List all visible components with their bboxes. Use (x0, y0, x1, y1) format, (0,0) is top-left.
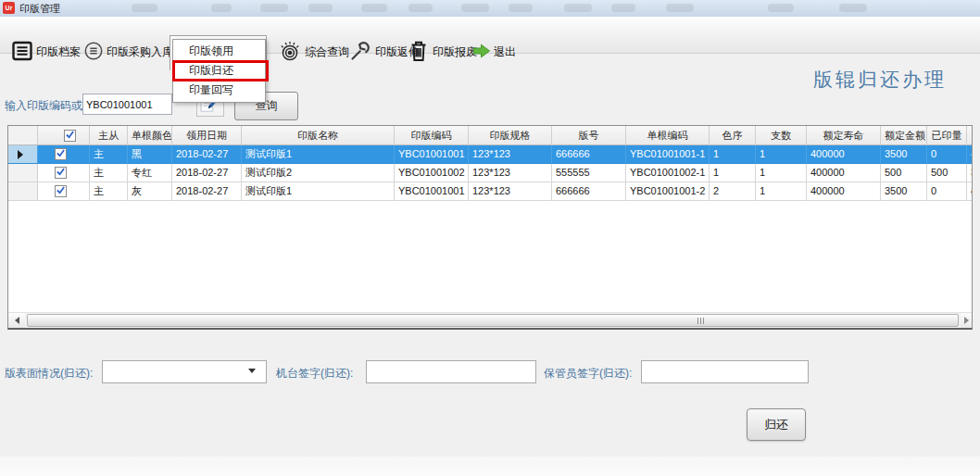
toolbar-item-label: 印版档案 (36, 44, 81, 60)
table-cell: 测试印版2 (242, 164, 395, 182)
scroll-left-button[interactable] (8, 313, 25, 328)
scrollbar-grip (697, 318, 704, 324)
redacted-smudge (564, 4, 592, 12)
redacted-smudge (260, 4, 288, 12)
table-cell: 灰 (128, 182, 172, 201)
table-cell: 4 (967, 182, 973, 201)
redacted-smudge (461, 4, 489, 12)
table-cell: YBC01001001-2 (626, 182, 710, 201)
scroll-right-button[interactable] (961, 313, 972, 328)
table-cell: 主 (90, 182, 128, 201)
column-header: 支数 (756, 126, 807, 145)
row-checkbox[interactable] (55, 148, 67, 160)
table-cell: YBC01001001 (395, 145, 469, 164)
toolbar-item-exit[interactable]: 退出 (469, 35, 520, 69)
column-header[interactable] (38, 126, 90, 145)
toolbar-item-label: 印版采购入库 (107, 44, 173, 60)
column-header: 色序 (710, 126, 756, 145)
row-checkbox[interactable] (55, 185, 67, 197)
wrench-icon (348, 39, 372, 66)
row-selector-cell[interactable] (8, 182, 38, 201)
table-row[interactable]: 主专红2018-02-27测试印版2YBC01001002123*1235555… (8, 164, 973, 182)
table-cell: 0 (927, 145, 967, 164)
table-cell: 2018-02-27 (172, 182, 242, 201)
column-header: 主从 (90, 126, 128, 145)
page-title: 版辊归还办理 (813, 67, 947, 93)
table-cell: 666666 (552, 145, 626, 164)
scrollbar-thumb[interactable] (27, 314, 959, 327)
table-row[interactable]: 主灰2018-02-27测试印版1YBC01001001123*12366666… (8, 182, 973, 201)
select-all-checkbox[interactable] (64, 130, 76, 142)
column-header: 单根颜色 (128, 126, 172, 145)
table-header-row: 主从单根颜色领用日期印版名称印版编码印版规格版号单根编码色序支数额定寿命额定金额… (8, 126, 973, 145)
row-selector-cell[interactable] (8, 145, 38, 164)
horizontal-scrollbar[interactable] (8, 312, 972, 328)
menu-item-plate-checkout[interactable]: 印版领用 (173, 42, 265, 61)
table-cell: YBC01001002 (395, 164, 469, 182)
table-cell: 主 (90, 164, 128, 182)
toolbar-item-purchase-inbound[interactable]: 印版采购入库 (80, 35, 177, 69)
toolbar-item-plate-archive[interactable]: 印版档案 (7, 35, 84, 69)
table-cell: 1 (710, 164, 756, 182)
keeper-signature-input[interactable] (641, 360, 809, 383)
menu-square-icon (11, 40, 33, 65)
row-checkbox-cell[interactable] (38, 145, 90, 164)
table-cell: 专红 (128, 164, 172, 182)
redacted-smudge (308, 4, 333, 12)
table-cell: 123*123 (469, 164, 552, 182)
row-selector-cell[interactable] (8, 164, 38, 182)
column-header: 版号 (552, 126, 626, 145)
production-use-dropdown-menu: 印版领用 印版归还 印量回写 (172, 39, 266, 103)
redacted-smudge (611, 4, 635, 12)
surface-condition-combobox[interactable] (102, 360, 267, 383)
column-header: 已印量 (927, 126, 967, 145)
title-bar: Ur 印版管理 (0, 0, 980, 17)
redacted-smudge (768, 4, 794, 12)
current-row-arrow-icon (18, 150, 23, 159)
table-cell: 1 (756, 182, 807, 201)
row-checkbox-cell[interactable] (38, 164, 90, 182)
return-button[interactable]: 归还 (747, 408, 806, 441)
toolbar-item-label: 综合查询 (305, 44, 349, 60)
redacted-smudge (211, 4, 232, 12)
machine-signature-input[interactable] (366, 360, 536, 383)
table-cell: 500 (881, 164, 927, 182)
menu-item-print-count-writeback[interactable]: 印量回写 (173, 81, 265, 100)
row-checkbox-cell[interactable] (38, 182, 90, 201)
row-checkbox[interactable] (55, 167, 67, 179)
table-cell: 666666 (552, 182, 626, 201)
menu-item-plate-return[interactable]: 印版归还 (173, 61, 265, 81)
table-cell: 3500 (881, 182, 927, 201)
column-header (967, 126, 973, 145)
column-header: 单根编码 (626, 126, 710, 145)
table-row[interactable]: 主黑2018-02-27测试印版1YBC01001001123*12366666… (8, 145, 973, 164)
redacted-smudge (839, 4, 867, 12)
column-header (8, 126, 38, 145)
plate-code-input[interactable] (82, 94, 172, 115)
plate-data-grid: 主从单根颜色领用日期印版名称印版编码印版规格版号单根编码色序支数额定寿命额定金额… (7, 125, 973, 330)
redacted-smudge (509, 4, 533, 12)
toolbar-item-comprehensive-query[interactable]: 综合查询 (274, 35, 353, 69)
app-logo-icon: Ur (3, 2, 15, 14)
table-cell: YBC01001001-1 (626, 145, 710, 164)
table-cell: 400000 (807, 145, 881, 164)
table-cell: 123*123 (469, 145, 552, 164)
trash-icon (408, 39, 430, 66)
redacted-smudge (132, 4, 157, 12)
machine-signature-label: 机台签字(归还): (276, 366, 353, 382)
table-cell: 测试印版1 (242, 145, 395, 164)
chevron-down-icon[interactable] (248, 369, 256, 373)
redacted-smudge (666, 4, 694, 12)
column-header: 领用日期 (172, 126, 242, 145)
table-cell: 1 (756, 164, 807, 182)
table-cell: 4 (967, 145, 973, 164)
redacted-smudge (408, 4, 433, 12)
table-cell: 3 (967, 164, 973, 182)
eye-icon (278, 39, 302, 66)
table-cell: 3500 (881, 145, 927, 164)
column-header: 印版编码 (395, 126, 469, 145)
table-cell: 2018-02-27 (172, 164, 242, 182)
table-cell: 1 (756, 145, 807, 164)
table-cell: YBC01001002-1 (626, 164, 710, 182)
column-header: 额定寿命 (807, 126, 881, 145)
